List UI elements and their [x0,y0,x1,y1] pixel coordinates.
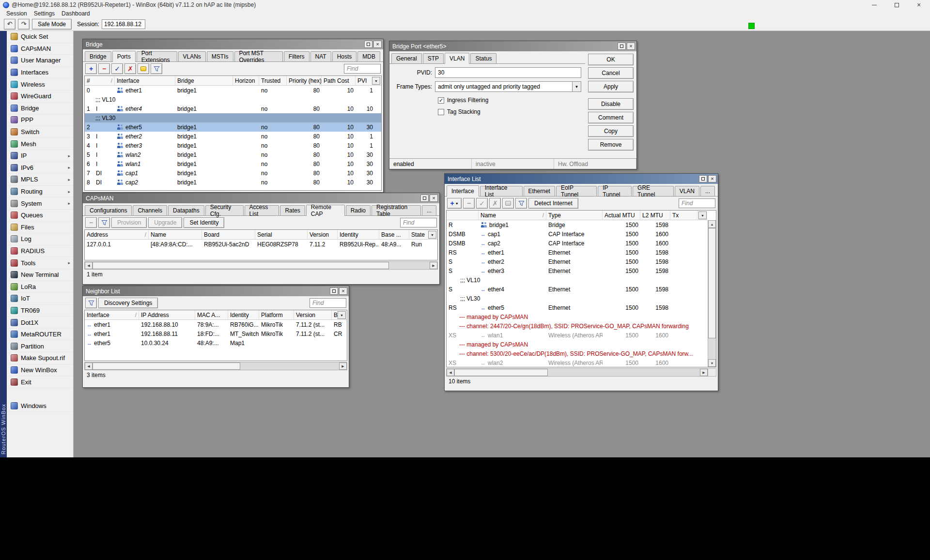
tab-mstis[interactable]: MSTIs [207,51,233,61]
tab-ports[interactable]: Ports [112,51,136,62]
sidebar-item-new-terminal[interactable]: New Terminal [7,269,73,281]
bridge-port-row[interactable]: 3Iether2bridge1no80101 [85,132,381,141]
filter-icon[interactable] [515,198,527,209]
tab-mdb[interactable]: MDB [357,51,380,61]
interface-row[interactable]: XS↔wlan2Wireless (Atheros AR9...15001600 [447,358,708,367]
column-header-identity[interactable]: Identity [338,230,379,239]
enable-icon[interactable]: ✓ [476,198,488,209]
tab-interface[interactable]: Interface [447,185,479,197]
tab-nat[interactable]: NAT [310,51,331,61]
interface-row[interactable]: S↔ether3Ethernet15001598 [447,266,708,275]
sidebar-item-metarouter[interactable]: MetaROUTER [7,329,73,341]
sidebar-item-log[interactable]: Log [7,233,73,245]
column-header-base[interactable]: Base ... [379,230,409,239]
sidebar-item-wireless[interactable]: Wireless [7,78,73,91]
tab-port-mst-overrides[interactable]: Port MST Overrides [234,51,283,61]
bridge-port-row[interactable]: 2ether5bridge1no801030 [85,122,381,132]
column-header-priority-hex[interactable]: Priority (hex) [287,76,322,85]
tab-hosts[interactable]: Hosts [332,51,357,61]
sidebar-item-lora[interactable]: LoRa [7,281,73,293]
sidebar-item-windows[interactable]: Windows [7,400,73,412]
bridge-port-row[interactable]: 8DIcap2bridge1no801030 [85,178,381,187]
filter-icon[interactable] [85,298,97,308]
restore-icon[interactable] [420,195,429,202]
column-header-interface[interactable]: Interface [115,76,175,85]
column-header-l2-mtu[interactable]: L2 MTU [640,211,670,220]
filter-icon[interactable] [98,217,110,228]
remove-icon[interactable]: − [98,63,110,74]
column-header-version[interactable]: Version [294,310,332,319]
sidebar-item-tr069[interactable]: TR069 [7,305,73,317]
capsman-note-row[interactable]: --- managed by CAPsMAN [447,312,708,321]
neighbor-row[interactable]: ↔ether1192.168.88.1078:9A:...RB760iG...M… [85,320,347,329]
column-header-interface[interactable]: Interface/ [85,310,139,319]
sidebar-item-ipv6[interactable]: IPv6▸ [7,162,73,174]
interface-row[interactable]: DSMB↔cap1CAP Interface15001600 [447,229,708,239]
column-header-version[interactable]: Version [308,230,338,239]
tab-interface-list[interactable]: Interface List [480,186,523,196]
tab-access-list[interactable]: Access List [245,205,279,215]
set-identity-button[interactable]: Set Identity [184,217,224,228]
sidebar-item-capsman[interactable]: CAPsMAN [7,43,73,55]
restore-icon[interactable] [699,175,707,182]
vertical-scrollbar[interactable]: ▲ ▼ [708,220,716,367]
column-header-platform[interactable]: Platform [259,310,294,319]
bridge-port-row[interactable]: 1Iether4bridge1no801010 [85,104,381,113]
frame-types-dropdown[interactable]: admit only untagged and priority tagged … [435,81,581,92]
tab-channels[interactable]: Channels [133,205,167,215]
add-icon[interactable]: +▼ [447,198,462,209]
restore-icon[interactable] [364,41,372,48]
tab-radio[interactable]: Radio [346,205,371,215]
close-icon[interactable]: × [373,41,382,48]
column-select-icon[interactable]: ▼ [338,311,346,319]
column-header-trusted[interactable]: Trusted [259,76,287,85]
tab-col[interactable]: ... [700,186,715,196]
apply-button[interactable]: Apply [588,81,634,92]
scroll-right-icon[interactable]: ▶ [430,262,437,269]
tab-configurations[interactable]: Configurations [85,205,132,215]
column-select-icon[interactable]: ▼ [698,212,707,219]
close-button[interactable]: × [908,0,930,10]
provision-button[interactable]: Provision [111,217,147,228]
tab-port-extensions[interactable]: Port Extensions [137,51,177,61]
tab-rates[interactable]: Rates [280,205,305,215]
remove-icon[interactable]: − [85,217,97,228]
remote-cap-row[interactable]: 127.0.0.1[48:A9:8A:CD:...RB952Ui-5ac2nDH… [85,240,437,249]
filter-icon[interactable] [151,63,162,74]
column-header-bridge[interactable]: Bridge [175,76,233,85]
menu-dashboard[interactable]: Dashboard [58,10,93,17]
sidebar-item-routing[interactable]: Routing▸ [7,186,73,198]
scroll-left-icon[interactable]: ◀ [85,262,93,269]
comment-icon[interactable] [502,198,514,209]
sidebar-item-make-supout-rif[interactable]: Make Supout.rif [7,352,73,364]
upgrade-button[interactable]: Upgrade [148,217,182,228]
close-icon[interactable]: × [708,175,716,182]
comment-button[interactable]: Comment [588,112,634,123]
column-header-col[interactable]: #/ [85,76,115,85]
discovery-settings-button[interactable]: Discovery Settings [98,298,158,308]
maximize-button[interactable] [885,0,908,10]
tab-status[interactable]: Status [470,53,496,63]
tag-stacking-checkbox[interactable] [438,109,444,115]
sidebar-item-iot[interactable]: IoT [7,293,73,305]
column-header-col[interactable] [447,211,479,220]
tab-filters[interactable]: Filters [284,51,310,61]
tab-registration-table[interactable]: Registration Table [372,205,421,215]
neighbor-row[interactable]: ↔ether1192.168.88.1118:FD:...MT_SwitchMi… [85,329,347,338]
interface-row[interactable]: XS↔wlan1Wireless (Atheros AR9...15001600 [447,331,708,340]
interface-row[interactable]: S↔ether2Ethernet15001598 [447,257,708,266]
bridge-port-row[interactable]: 7DIcap1bridge1no801030 [85,168,381,178]
ingress-filtering-checkbox[interactable]: ✓ [438,97,444,104]
tab-bridge[interactable]: Bridge [85,51,111,61]
tab-ethernet[interactable]: Ethernet [524,186,555,196]
column-header-path-cost[interactable]: Path Cost [322,76,356,85]
disable-icon[interactable]: ✗ [124,63,136,74]
tab-stp[interactable]: STP [423,53,444,63]
column-header-identity[interactable]: Identity [228,310,259,319]
remove-button[interactable]: Remove [588,139,634,151]
scroll-down-icon[interactable]: ▼ [708,359,716,367]
tab-col[interactable]: ... [422,205,436,215]
remove-icon[interactable]: − [463,198,475,209]
tab-ip-tunnel[interactable]: IP Tunnel [598,186,632,196]
ok-button[interactable]: OK [588,54,634,65]
